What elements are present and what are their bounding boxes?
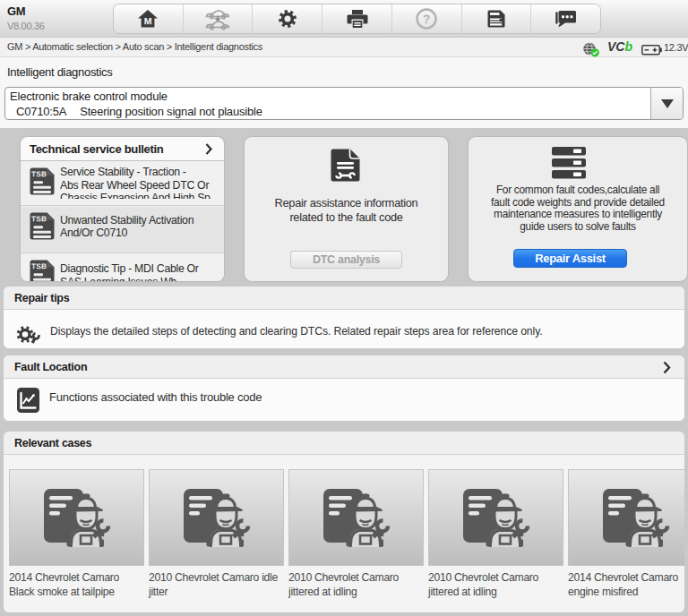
svg-text:TSB: TSB <box>31 214 47 223</box>
svg-text:M: M <box>144 15 152 26</box>
svg-text:TSB: TSB <box>31 169 47 178</box>
svg-text:?: ? <box>423 13 430 26</box>
svg-text:TSB: TSB <box>31 261 47 270</box>
